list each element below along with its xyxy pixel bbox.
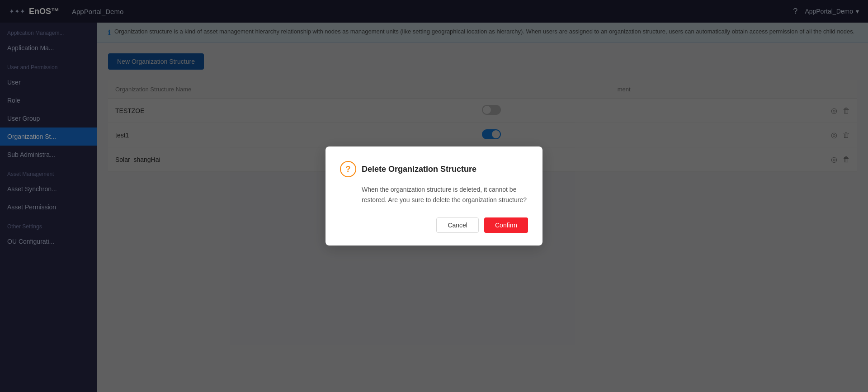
delete-modal: ? Delete Organization Structure When the…: [326, 146, 542, 246]
warning-icon: ?: [340, 161, 356, 177]
cancel-button[interactable]: Cancel: [436, 217, 479, 233]
modal-title: Delete Organization Structure: [362, 165, 476, 174]
modal-footer: Cancel Confirm: [340, 217, 528, 233]
confirm-button[interactable]: Confirm: [484, 217, 528, 233]
modal-header: ? Delete Organization Structure: [340, 161, 528, 177]
modal-overlay: ? Delete Organization Structure When the…: [0, 0, 868, 392]
modal-body: When the organization structure is delet…: [340, 184, 528, 205]
